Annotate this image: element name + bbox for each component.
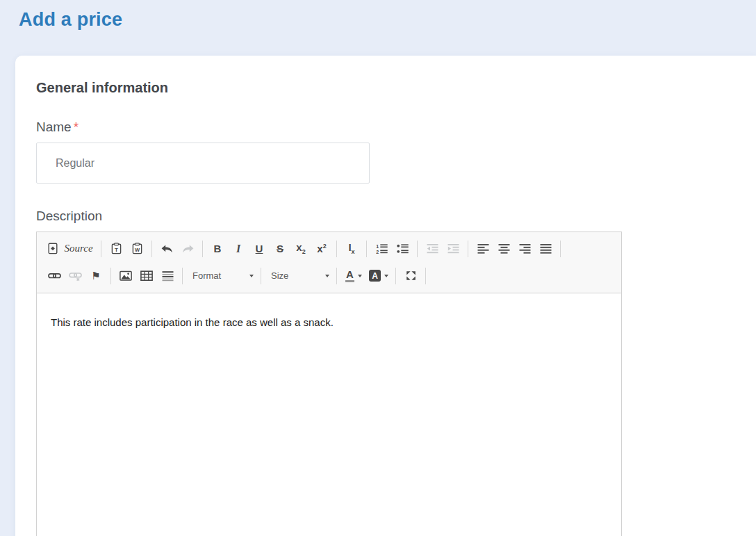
paste-as-text-button[interactable]: T [106,239,126,259]
decrease-indent-button [422,239,442,259]
svg-text:T: T [115,247,118,253]
align-left-button[interactable] [473,239,493,259]
form-card: General information Name* Description So… [15,56,756,536]
image-icon [120,270,132,282]
source-button[interactable]: Source [44,239,96,259]
chevron-down-icon [249,275,254,277]
editor-content-area[interactable]: This rate includes participation in the … [37,293,621,536]
justify-icon [540,243,552,254]
undo-icon [161,243,174,254]
format-dropdown-label: Format [192,270,221,281]
maximize-icon [405,270,417,282]
subscript-icon: x2 [296,242,305,255]
text-color-button[interactable]: A [342,266,365,286]
toolbar-separator [468,241,468,257]
bulleted-list-button[interactable] [393,239,412,259]
page-header: Add a price [0,0,756,56]
decrease-indent-icon [427,243,438,254]
anchor-flag-icon: ⚑ [91,270,100,281]
chevron-down-icon [325,275,329,277]
bold-button[interactable]: B [208,239,227,259]
chevron-down-icon [384,275,388,277]
toolbar-separator [395,268,396,284]
paste-from-word-icon: W [131,243,143,254]
italic-icon: I [236,243,240,254]
svg-text:1: 1 [376,244,379,249]
unlink-icon [69,270,82,282]
background-color-icon: A [369,270,381,282]
paste-from-word-button[interactable]: W [127,239,147,259]
text-color-icon: A [345,269,354,282]
image-button[interactable] [116,266,135,286]
bold-icon: B [214,243,222,254]
underline-icon: U [256,243,263,254]
toolbar-separator [182,268,183,284]
table-icon [140,270,153,282]
toolbar-separator [425,268,426,284]
justify-button[interactable] [536,239,555,259]
source-icon [47,243,59,254]
horizontal-rule-button[interactable] [158,266,177,286]
size-dropdown-label: Size [271,270,288,281]
strikethrough-button[interactable]: S [270,239,290,259]
chevron-down-icon [358,275,362,277]
strikethrough-icon: S [277,243,284,254]
description-label: Description [36,208,735,224]
size-dropdown[interactable]: Size [265,267,332,285]
toolbar-separator [202,241,203,257]
toolbar-separator [366,241,367,257]
superscript-icon: x2 [317,243,326,254]
italic-button[interactable]: I [229,239,248,259]
name-label: Name* [36,119,735,135]
rich-text-editor: Source T [36,232,622,536]
increase-indent-icon [447,243,459,254]
toolbar-separator [101,241,101,257]
maximize-button[interactable] [401,266,420,286]
align-left-icon [477,243,489,254]
toolbar-separator [110,268,111,284]
align-center-button[interactable] [494,239,513,259]
editor-paragraph: This rate includes participation in the … [51,316,607,329]
required-asterisk: * [74,120,79,134]
link-icon [48,270,61,282]
toolbar-separator [417,241,418,257]
toolbar-row-1: Source T [44,235,614,262]
increase-indent-button [443,239,463,259]
section-title: General information [36,79,735,96]
page-title: Add a price [19,9,756,31]
name-input[interactable] [36,143,370,184]
table-button[interactable] [137,266,156,286]
align-right-icon [519,243,531,254]
toolbar-separator [336,268,337,284]
numbered-list-button[interactable]: 1 2 [372,239,391,259]
background-color-button[interactable]: A [367,266,391,286]
horizontal-rule-icon [162,270,174,282]
subscript-button[interactable]: x2 [291,239,311,259]
toolbar-separator [336,241,337,257]
align-center-icon [498,243,510,254]
toolbar-separator [151,241,152,257]
source-button-label: Source [64,243,92,254]
numbered-list-icon: 1 2 [376,243,388,254]
unlink-button [65,266,85,286]
align-right-button[interactable] [515,239,534,259]
svg-text:2: 2 [376,250,379,254]
underline-button[interactable]: U [249,239,269,259]
superscript-button[interactable]: x2 [312,239,331,259]
toolbar-separator [560,241,561,257]
format-dropdown[interactable]: Format [187,267,256,285]
editor-toolbar: Source T [37,232,621,293]
svg-text:W: W [134,247,140,253]
bulleted-list-icon [397,243,409,254]
remove-format-button[interactable]: Ix [342,239,361,259]
link-button[interactable] [44,266,64,286]
redo-icon [181,243,195,254]
toolbar-row-2: ⚑ [44,262,614,289]
toolbar-separator [261,268,261,284]
undo-button[interactable] [157,239,176,259]
redo-button [178,239,197,259]
remove-format-icon: Ix [348,242,354,255]
paste-as-text-icon: T [110,243,122,254]
anchor-button[interactable]: ⚑ [86,266,106,286]
